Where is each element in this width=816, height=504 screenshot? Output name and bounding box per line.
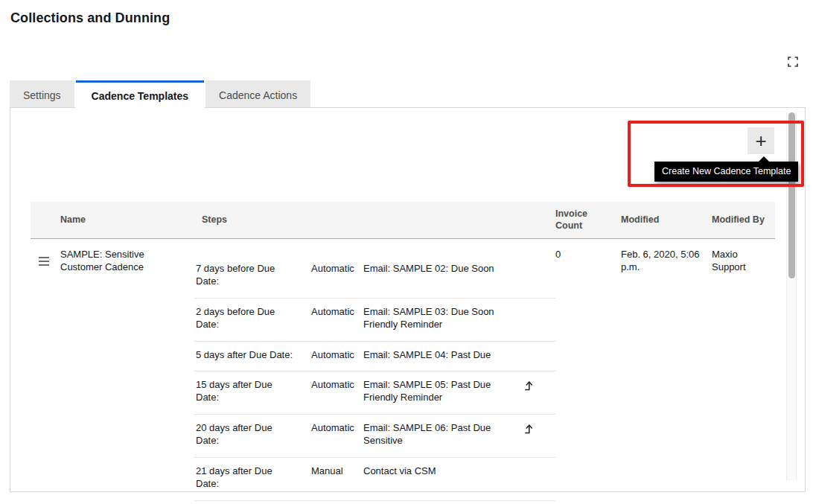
step-escalation-cell <box>523 422 555 435</box>
step-row: 2 days before Due Date:AutomaticEmail: S… <box>194 299 555 342</box>
escalation-arrow-icon <box>523 423 534 435</box>
header-invoice-count: Invoice Count <box>555 208 621 232</box>
header-name: Name <box>60 214 194 226</box>
step-when: 5 days after Due Date: <box>196 349 311 362</box>
step-escalation-cell <box>523 465 555 466</box>
step-row: 15 days after Due Date:AutomaticEmail: S… <box>194 371 555 415</box>
header-modified-by: Modified By <box>712 214 775 226</box>
fullscreen-expand-glyph <box>788 57 798 67</box>
step-row: 7 days before Due Date:AutomaticEmail: S… <box>194 255 555 299</box>
table-row: SAMPLE: Sensitive Customer Cadence 7 day… <box>31 239 775 501</box>
modified-by: Maxio Support <box>712 248 775 273</box>
escalation-arrow-icon <box>523 380 534 392</box>
steps-list: 7 days before Due Date:AutomaticEmail: S… <box>194 248 555 501</box>
tab-cadence-templates[interactable]: Cadence Templates <box>76 80 204 109</box>
step-row: 21 days after Due Date:ManualContact via… <box>194 458 555 501</box>
step-action: Email: SAMPLE 06: Past Due Sensitive <box>363 422 523 447</box>
scrollbar-thumb[interactable] <box>788 112 795 278</box>
step-escalation-cell <box>523 349 555 350</box>
step-when: 7 days before Due Date: <box>196 263 311 288</box>
cadence-name: SAMPLE: Sensitive Customer Cadence <box>60 248 194 273</box>
step-when: 2 days before Due Date: <box>196 306 311 331</box>
step-action: Email: SAMPLE 04: Past Due <box>363 349 523 362</box>
header-modified: Modified <box>621 214 712 226</box>
row-handle-cell <box>31 248 60 266</box>
table-header-row: Name Steps Invoice Count Modified Modifi… <box>31 202 775 239</box>
modified-timestamp: Feb. 6, 2020, 5:06 p.m. <box>621 248 712 273</box>
step-when: 21 days after Due Date: <box>196 465 311 491</box>
header-steps: Steps <box>194 214 555 226</box>
step-action: Email: SAMPLE 03: Due Soon Friendly Remi… <box>363 306 523 331</box>
step-type: Automatic <box>311 263 363 275</box>
step-type: Automatic <box>311 349 363 362</box>
tab-bar: Settings Cadence Templates Cadence Actio… <box>10 80 312 109</box>
create-cadence-template-button[interactable]: + <box>748 127 774 154</box>
step-when: 20 days after Due Date: <box>196 422 311 447</box>
tab-settings[interactable]: Settings <box>10 80 74 107</box>
step-action: Email: SAMPLE 02: Due Soon <box>363 263 523 275</box>
step-type: Automatic <box>311 306 363 319</box>
step-row: 5 days after Due Date:AutomaticEmail: SA… <box>194 342 555 372</box>
step-when: 15 days after Due Date: <box>196 379 311 404</box>
step-action: Contact via CSM <box>363 465 523 478</box>
step-type: Manual <box>311 465 363 478</box>
step-type: Automatic <box>311 422 363 435</box>
step-action: Email: SAMPLE 05: Past Due Friendly Remi… <box>363 379 523 404</box>
drag-handle-icon[interactable] <box>39 257 49 266</box>
invoice-count: 0 <box>555 248 621 261</box>
create-template-tooltip: Create New Cadence Template <box>654 162 798 182</box>
fullscreen-icon[interactable] <box>785 54 800 69</box>
cadence-templates-panel: + Create New Cadence Template Name Steps… <box>10 107 806 492</box>
cadence-templates-table: Name Steps Invoice Count Modified Modifi… <box>31 202 775 501</box>
step-escalation-cell <box>523 263 555 264</box>
step-escalation-cell <box>523 379 555 392</box>
step-type: Automatic <box>311 379 363 392</box>
page-title: Collections and Dunning <box>10 10 170 26</box>
step-escalation-cell <box>523 306 555 307</box>
step-row: 20 days after Due Date:AutomaticEmail: S… <box>194 415 555 458</box>
tab-cadence-actions[interactable]: Cadence Actions <box>205 80 310 107</box>
